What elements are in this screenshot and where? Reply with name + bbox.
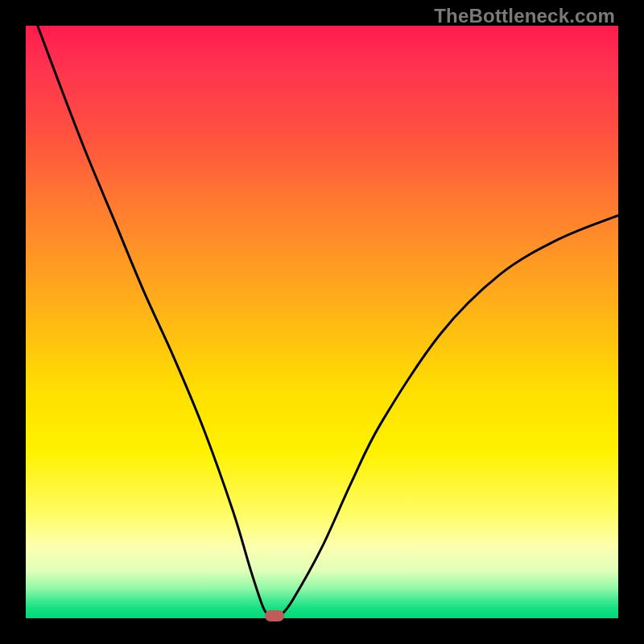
- bottleneck-curve: [26, 26, 618, 618]
- watermark-text: TheBottleneck.com: [434, 5, 615, 27]
- plot-area: [26, 26, 618, 618]
- curve-path: [38, 26, 618, 618]
- chart-frame: TheBottleneck.com: [0, 0, 644, 644]
- optimal-marker: [265, 610, 284, 621]
